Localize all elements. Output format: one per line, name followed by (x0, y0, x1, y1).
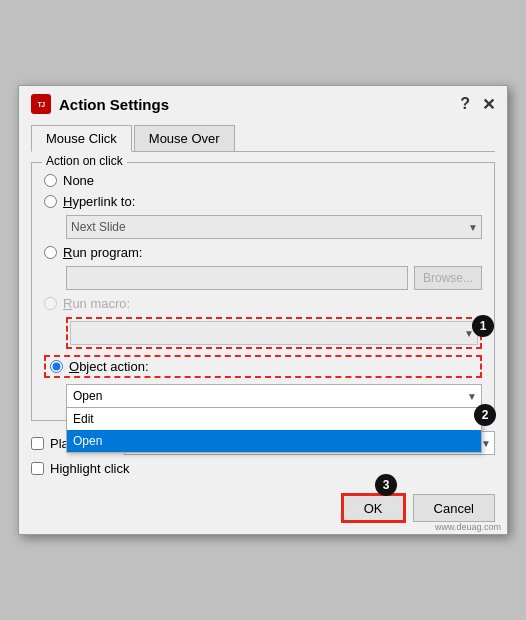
none-radio[interactable] (44, 174, 57, 187)
highlight-click-checkbox[interactable] (31, 462, 44, 475)
run-macro-select[interactable] (70, 321, 478, 345)
action-on-click-group: Action on click None Hyperlink to: Next … (31, 162, 495, 421)
tab-mouse-click[interactable]: Mouse Click (31, 125, 132, 152)
highlight-row: Highlight click (31, 461, 495, 476)
title-bar-right: ? ✕ (460, 95, 495, 114)
run-macro-label[interactable]: Run macro: (63, 296, 130, 311)
run-program-label[interactable]: Run program: (63, 245, 142, 260)
annotation-3: 3 (375, 474, 397, 496)
ok-button[interactable]: OK (342, 494, 405, 522)
object-action-dropdown[interactable]: Open ▼ (66, 384, 482, 408)
hyperlink-radio[interactable] (44, 195, 57, 208)
object-action-value: Open (73, 389, 102, 403)
run-macro-radio-row: Run macro: (44, 296, 482, 311)
button-row: OK Cancel 3 (31, 490, 495, 522)
run-macro-radio[interactable] (44, 297, 57, 310)
browse-button[interactable]: Browse... (414, 266, 482, 290)
watermark: www.deuag.com (435, 522, 501, 532)
object-action-radio[interactable] (50, 360, 63, 373)
play-sound-checkbox[interactable] (31, 437, 44, 450)
hyperlink-label[interactable]: Hyperlink to: (63, 194, 135, 209)
dialog-title: Action Settings (59, 96, 169, 113)
help-button[interactable]: ? (460, 95, 470, 113)
dropdown-item-open[interactable]: Open (67, 430, 481, 452)
hyperlink-select-row: Next Slide ▼ (66, 215, 482, 239)
object-action-radio-row: Object action: (44, 355, 482, 378)
run-program-radio[interactable] (44, 246, 57, 259)
tab-mouse-over[interactable]: Mouse Over (134, 125, 235, 152)
tabs-container: Mouse Click Mouse Over (31, 124, 495, 152)
none-radio-row: None (44, 173, 482, 188)
run-program-input[interactable] (66, 266, 408, 290)
hyperlink-radio-row: Hyperlink to: (44, 194, 482, 209)
dialog: TJ Action Settings ? ✕ Mouse Click Mouse… (18, 85, 508, 535)
dialog-body: Mouse Click Mouse Over Action on click N… (19, 118, 507, 534)
hyperlink-select[interactable]: Next Slide (66, 215, 482, 239)
dropdown-arrow: ▼ (467, 391, 477, 402)
hyperlink-select-wrapper: Next Slide ▼ (66, 215, 482, 239)
run-macro-select-wrapper: ▼ (70, 321, 478, 345)
object-action-dropdown-container: Open ▼ Edit Open 2 (66, 384, 482, 408)
object-action-label[interactable]: Object action: (69, 359, 149, 374)
cancel-button[interactable]: Cancel (413, 494, 495, 522)
run-program-radio-row: Run program: (44, 245, 482, 260)
object-action-dropdown-menu: Edit Open (66, 408, 482, 453)
group-label: Action on click (42, 154, 127, 168)
title-bar: TJ Action Settings ? ✕ (19, 86, 507, 118)
close-button[interactable]: ✕ (482, 95, 495, 114)
none-label[interactable]: None (63, 173, 94, 188)
app-icon: TJ (31, 94, 51, 114)
highlight-click-label: Highlight click (50, 461, 129, 476)
run-macro-select-row: ▼ 1 (66, 317, 482, 349)
run-program-input-row: Browse... (66, 266, 482, 290)
title-bar-left: TJ Action Settings (31, 94, 169, 114)
annotation-1: 1 (472, 315, 494, 337)
dropdown-item-edit[interactable]: Edit (67, 408, 481, 430)
annotation-2: 2 (474, 404, 496, 426)
